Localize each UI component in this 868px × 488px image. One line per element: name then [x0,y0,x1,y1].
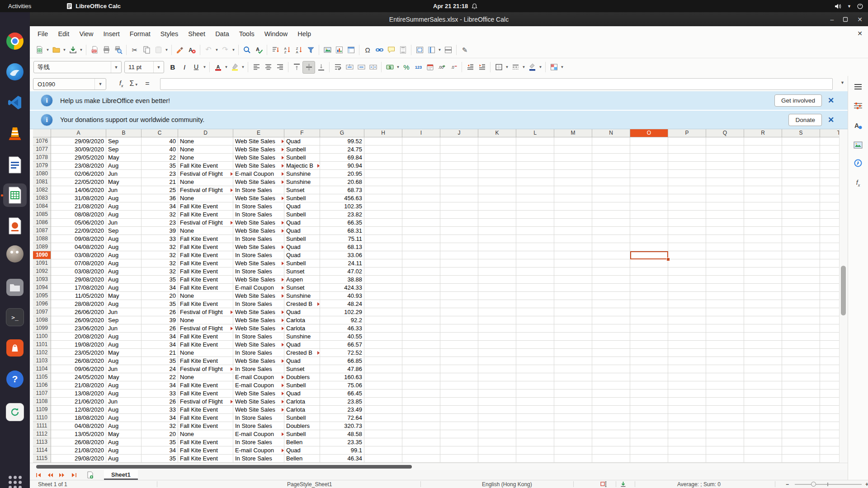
next-sheet-button[interactable] [57,471,67,479]
cell-Q1085[interactable] [706,211,744,219]
cell-A1091[interactable]: 07/08/2020 [51,259,106,267]
cell-E1082[interactable]: In Store Sales [233,186,284,194]
document-modified-icon[interactable] [620,481,626,488]
cell-H1105[interactable] [364,373,402,381]
cell-K1093[interactable] [478,276,516,284]
cell-E1088[interactable]: In Store Sales [233,235,284,243]
cell-D1083[interactable]: None [178,194,233,202]
row-header-1085[interactable]: 1085 [33,211,51,219]
previous-sheet-button[interactable] [45,471,55,479]
cell-B1112[interactable]: May [106,430,142,438]
cell-K1109[interactable] [478,406,516,414]
cell-Q1095[interactable] [706,292,744,300]
cell-A1093[interactable]: 29/08/2020 [51,276,106,284]
font-color-dropdown-icon[interactable]: ▼ [224,65,229,69]
cell-R1101[interactable] [744,341,782,349]
cell-T1098[interactable] [820,316,839,324]
cell-L1111[interactable] [516,422,554,430]
cell-M1091[interactable] [554,259,592,267]
cell-J1106[interactable] [440,381,478,389]
cell-H1080[interactable] [364,170,402,178]
row-header-1088[interactable]: 1088 [33,235,51,243]
cell-F1114[interactable]: Quad [284,446,320,455]
cell-L1113[interactable] [516,438,554,446]
dock-vlc-icon[interactable] [5,123,25,143]
row-header-1095[interactable]: 1095 [33,292,51,300]
cell-K1078[interactable] [478,154,516,162]
cell-T1105[interactable] [820,373,839,381]
cell-C1090[interactable]: 32 [142,251,178,259]
cell-O1088[interactable] [630,235,668,243]
font-size-combo[interactable]: 11 pt▼ [124,61,164,73]
cell-K1088[interactable] [478,235,516,243]
cell-C1092[interactable]: 32 [142,267,178,276]
cell-G1087[interactable]: 68.31 [320,227,364,235]
freeze-rows-and-columns-button[interactable] [425,44,437,56]
cell-H1108[interactable] [364,398,402,406]
cell-A1084[interactable]: 21/08/2020 [51,202,106,211]
cell-S1104[interactable] [782,365,820,373]
cell-J1099[interactable] [440,324,478,333]
cell-I1110[interactable] [402,414,440,422]
decrease-indent-button[interactable] [464,61,476,73]
cell-D1094[interactable]: Fall Kite Event [178,284,233,292]
cell-C1109[interactable]: 33 [142,406,178,414]
cell-M1077[interactable] [554,145,592,154]
cell-G1098[interactable]: 92.2 [320,316,364,324]
cell-G1099[interactable]: 46.33 [320,324,364,333]
cell-H1109[interactable] [364,406,402,414]
cell-L1094[interactable] [516,284,554,292]
cell-E1097[interactable]: Web Site Sales [233,308,284,316]
cell-M1081[interactable] [554,178,592,186]
cell-L1077[interactable] [516,145,554,154]
cell-E1076[interactable]: Web Site Sales [233,137,284,145]
cell-Q1103[interactable] [706,357,744,365]
cell-L1107[interactable] [516,389,554,398]
cell-M1111[interactable] [554,422,592,430]
cell-L1076[interactable] [516,137,554,145]
column-header-A[interactable]: A [51,129,106,137]
zoom-slider-track[interactable] [795,484,862,485]
cell-G1085[interactable]: 23.82 [320,211,364,219]
cell-A1101[interactable]: 19/08/2020 [51,341,106,349]
cell-I1093[interactable] [402,276,440,284]
cell-H1101[interactable] [364,341,402,349]
cell-F1088[interactable]: Sunbell [284,235,320,243]
cell-S1082[interactable] [782,186,820,194]
column-header-M[interactable]: M [554,129,592,137]
column-header-T[interactable]: T [820,129,839,137]
cell-M1106[interactable] [554,381,592,389]
row-header-1086[interactable]: 1086 [33,219,51,227]
cell-Q1108[interactable] [706,398,744,406]
cell-A1080[interactable]: 02/06/2020 [51,170,106,178]
cell-B1077[interactable]: Sep [106,145,142,154]
cell-E1100[interactable]: In Store Sales [233,333,284,341]
cell-Q1078[interactable] [706,154,744,162]
cell-M1100[interactable] [554,333,592,341]
menu-window[interactable]: Window [259,28,293,40]
cell-B1113[interactable]: Aug [106,438,142,446]
new-spreadsheet-button[interactable] [33,44,45,56]
cell-J1091[interactable] [440,259,478,267]
cell-P1102[interactable] [668,349,706,357]
first-sheet-button[interactable] [33,471,43,479]
cell-T1099[interactable] [820,324,839,333]
cell-H1085[interactable] [364,211,402,219]
cell-F1079[interactable]: Majectic B [284,162,320,170]
cell-R1114[interactable] [744,446,782,455]
cell-R1087[interactable] [744,227,782,235]
cell-P1110[interactable] [668,414,706,422]
cell-C1079[interactable]: 35 [142,162,178,170]
cell-E1085[interactable]: In Store Sales [233,211,284,219]
cell-M1104[interactable] [554,365,592,373]
cell-P1090[interactable] [668,251,706,259]
cell-D1084[interactable]: Fall Kite Event [178,202,233,211]
cell-R1078[interactable] [744,154,782,162]
cell-I1108[interactable] [402,398,440,406]
cell-R1088[interactable] [744,235,782,243]
cell-G1088[interactable]: 75.11 [320,235,364,243]
cell-T1112[interactable] [820,430,839,438]
cell-A1090[interactable]: 03/08/2020 [51,251,106,259]
row-header-1100[interactable]: 1100 [33,333,51,341]
cell-N1110[interactable] [592,414,630,422]
